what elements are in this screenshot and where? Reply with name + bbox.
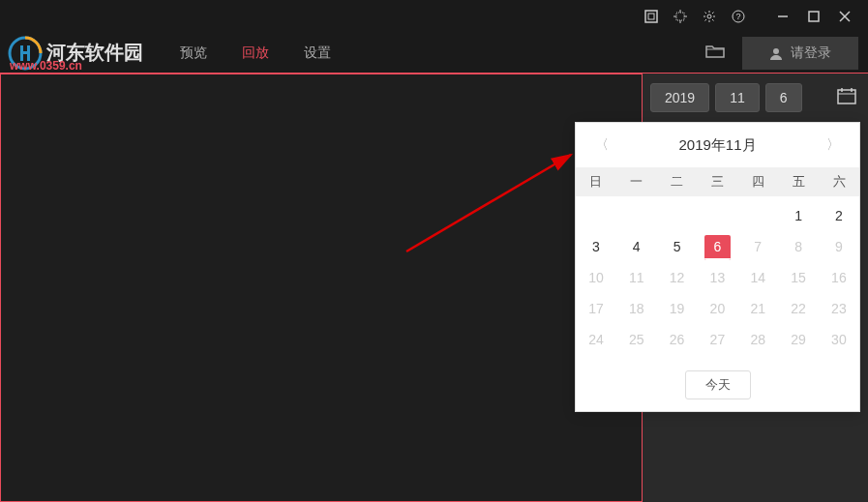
svg-rect-20 [838, 90, 855, 103]
help-icon[interactable]: ? [725, 3, 752, 30]
calendar-day: 9 [819, 231, 859, 262]
svg-rect-2 [676, 13, 684, 20]
svg-point-7 [707, 15, 711, 18]
user-icon [769, 46, 783, 60]
calendar-day: 29 [778, 324, 819, 355]
calendar-day: 22 [778, 293, 819, 324]
year-selector[interactable]: 2019 [650, 83, 709, 112]
calendar-day: 18 [616, 293, 657, 324]
calendar-day: 14 [737, 262, 778, 293]
svg-rect-0 [645, 11, 657, 22]
weekday-header: 三 [698, 167, 738, 196]
calendar-day: 27 [697, 324, 737, 355]
calendar-icon[interactable] [833, 83, 860, 112]
prev-month-button[interactable]: 〈 [589, 134, 614, 156]
calendar-day: 8 [778, 231, 819, 262]
calendar-day: 30 [819, 324, 859, 355]
calendar-day: 17 [576, 293, 616, 324]
tab-2[interactable]: 设置 [286, 35, 348, 72]
calendar-day: 23 [819, 293, 859, 324]
calendar-day: 13 [697, 262, 737, 293]
weekday-header: 日 [576, 167, 616, 196]
weekday-header: 二 [657, 167, 698, 196]
tab-0[interactable]: 预览 [163, 35, 224, 72]
logo: 河东软件园 www.0359.cn [0, 36, 151, 71]
calendar-day: 24 [576, 324, 616, 355]
calendar-day[interactable]: 1 [778, 200, 819, 231]
calendar-popup: 〈 2019年11月 〉 日一二三四五六 .....12345678910111… [575, 122, 860, 412]
calendar-day: 28 [737, 324, 778, 355]
calendar-title: 2019年11月 [678, 136, 756, 155]
calendar-day: 10 [576, 262, 616, 293]
weekday-header: 四 [737, 167, 778, 196]
cpu-icon[interactable] [667, 3, 694, 30]
weekday-header: 六 [819, 167, 859, 196]
maximize-button[interactable] [798, 3, 829, 30]
day-selector[interactable]: 6 [765, 83, 802, 112]
calendar-day: 7 [737, 231, 778, 262]
minimize-button[interactable] [767, 3, 798, 30]
login-button[interactable]: 请登录 [742, 37, 858, 70]
watermark: www.0359.cn [10, 59, 82, 73]
month-selector[interactable]: 11 [715, 83, 760, 112]
calendar-day: 15 [778, 262, 819, 293]
tab-1[interactable]: 回放 [224, 35, 286, 72]
weekday-header: 五 [778, 167, 819, 196]
calendar-day[interactable]: 6 [697, 231, 737, 262]
calendar-day: 20 [697, 293, 737, 324]
today-button[interactable]: 今天 [685, 370, 751, 399]
date-selector: 2019 11 6 [644, 75, 866, 120]
screenshot-icon[interactable] [638, 3, 665, 30]
calendar-day[interactable]: 3 [576, 231, 616, 262]
calendar-day: 16 [819, 262, 859, 293]
calendar-day: 19 [657, 293, 698, 324]
calendar-day: 21 [737, 293, 778, 324]
svg-rect-17 [20, 51, 30, 54]
calendar-day[interactable]: 5 [657, 231, 698, 262]
weekday-header: 一 [616, 167, 657, 196]
next-month-button[interactable]: 〉 [821, 134, 846, 156]
svg-point-19 [773, 48, 779, 54]
calendar-day: 12 [657, 262, 698, 293]
svg-rect-1 [648, 14, 654, 19]
calendar-day: 26 [657, 324, 698, 355]
svg-text:?: ? [735, 12, 740, 21]
calendar-day: 25 [616, 324, 657, 355]
video-panel [0, 74, 643, 502]
gear-icon[interactable] [696, 3, 723, 30]
calendar-day[interactable]: 2 [819, 200, 859, 231]
calendar-day[interactable]: 4 [616, 231, 657, 262]
login-label: 请登录 [791, 44, 831, 62]
calendar-day: 11 [616, 262, 657, 293]
svg-rect-11 [809, 12, 819, 21]
folder-icon[interactable] [700, 38, 731, 69]
close-button[interactable] [829, 3, 860, 30]
